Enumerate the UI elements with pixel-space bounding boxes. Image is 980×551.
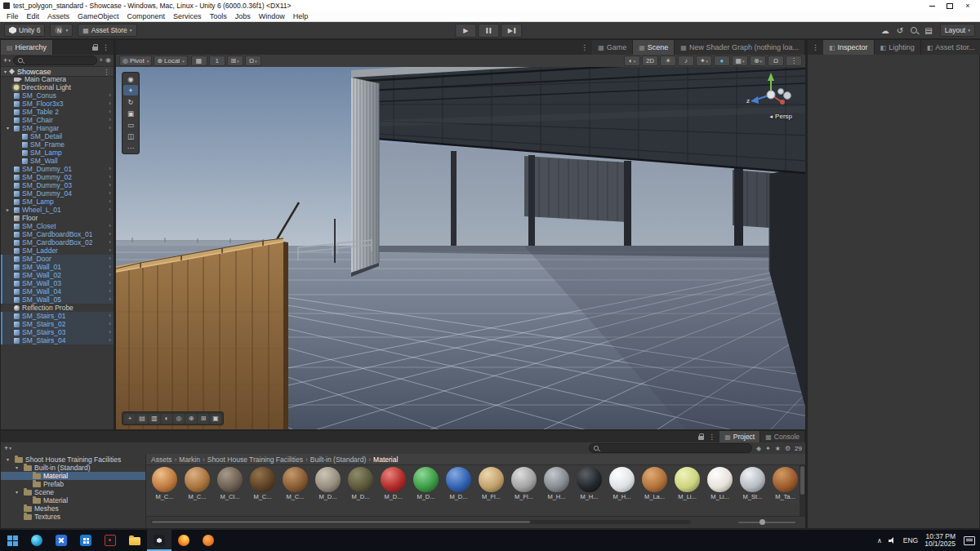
hierarchy-item[interactable]: SM_Dummy_02 — [1, 173, 114, 181]
hierarchy-item[interactable]: SM_Stairs_02 — [1, 320, 114, 328]
hierarchy-item[interactable]: SM_Stairs_01 — [1, 312, 114, 320]
lighting-toggle-button[interactable]: ☀ — [660, 56, 676, 66]
project-tab[interactable]: ▦ Project — [719, 431, 760, 442]
material-asset[interactable]: M_Ta... — [770, 467, 800, 514]
rotate-tool-button[interactable]: ↻ — [123, 96, 138, 107]
blue-app-icon[interactable] — [49, 530, 74, 551]
folder-row[interactable]: Shoot House Training Facilities — [1, 455, 145, 464]
menu-item[interactable]: File — [2, 12, 23, 20]
menu-item[interactable]: Component — [123, 12, 170, 20]
language-indicator[interactable]: ENG — [903, 536, 918, 544]
menu-item[interactable]: Assets — [43, 12, 74, 20]
create-asset-button[interactable]: +▾ — [4, 444, 11, 452]
overlay-shading-button[interactable]: ◐ — [161, 414, 172, 424]
layout-dropdown-button[interactable]: Layout ▾ — [940, 24, 975, 37]
scene-view-tab[interactable]: ▦ Scene — [633, 40, 675, 55]
folder-row[interactable]: Built-in (Standard) — [1, 464, 145, 472]
overlay-grid-button[interactable]: ▥ — [149, 414, 160, 424]
kebab-menu-icon[interactable]: ⋮ — [102, 43, 109, 51]
maximize-button[interactable] — [941, 0, 959, 11]
hierarchy-item[interactable]: SM_Wall_01 — [1, 263, 114, 271]
overlay-camera-button[interactable]: ◎ — [173, 414, 185, 424]
move-tool-button[interactable]: + — [123, 85, 138, 96]
kebab-menu-icon[interactable]: ⋮ — [708, 433, 715, 441]
hierarchy-item[interactable]: SM_Dummy_01 — [1, 165, 114, 173]
hierarchy-item[interactable]: Wheel_L_01 — [1, 206, 114, 214]
hierarchy-item[interactable]: SM_Dummy_03 — [1, 181, 114, 189]
add-gameobject-button[interactable]: +▾ — [3, 56, 11, 64]
folder-row[interactable]: Textures — [1, 513, 145, 521]
inspector-tab[interactable]: ◧ Inspector — [823, 40, 875, 55]
hierarchy-item[interactable]: Reflection Probe — [1, 304, 114, 312]
orange-app-icon[interactable] — [196, 530, 220, 551]
foldout-arrow[interactable] — [16, 464, 18, 472]
hierarchy-item[interactable]: SM_Table 2 — [1, 108, 114, 116]
orientation-gizmo[interactable]: z — [745, 70, 797, 113]
layers-icon[interactable]: ▤ — [924, 26, 932, 35]
material-asset[interactable]: M_D... — [378, 467, 408, 514]
material-asset[interactable]: M_Li... — [672, 467, 702, 514]
breadcrumb-item[interactable]: Markin — [179, 455, 204, 464]
custom-tools-button[interactable]: ⋯ — [123, 142, 138, 153]
grid-snap-button[interactable]: ▦ — [191, 56, 207, 66]
kebab-menu-icon[interactable]: ⋮ — [812, 43, 819, 51]
hierarchy-item[interactable]: Floor — [1, 214, 114, 222]
scene-more-button[interactable]: ⋮ — [786, 56, 802, 66]
account-button[interactable]: N ▾ — [50, 24, 73, 37]
hierarchy-item[interactable]: SM_Lamp — [1, 149, 114, 157]
lock-icon[interactable] — [92, 47, 98, 51]
material-asset[interactable]: M_Fl... — [476, 467, 506, 514]
foldout-arrow[interactable] — [7, 124, 9, 132]
hierarchy-item[interactable]: SM_Lamp — [1, 198, 114, 206]
step-button[interactable]: ▶ — [501, 24, 522, 38]
hierarchy-item[interactable]: SM_Wall_05 — [1, 295, 114, 304]
menu-item[interactable]: Window — [255, 12, 289, 20]
material-asset[interactable]: M_D... — [345, 467, 376, 514]
hierarchy-search-input[interactable] — [13, 56, 96, 65]
recorder-app-icon[interactable] — [98, 530, 122, 551]
hierarchy-item[interactable]: SM_CardboardBox_01 — [1, 230, 114, 238]
pause-button[interactable] — [478, 24, 499, 38]
hierarchy-item[interactable]: Main Camera — [1, 75, 114, 83]
horizontal-scrollbar[interactable] — [151, 520, 691, 524]
hierarchy-item[interactable]: SM_Wall_03 — [1, 279, 114, 287]
unity-editor-icon[interactable] — [147, 530, 172, 551]
breadcrumb-item[interactable]: Built-in (Standard) — [310, 455, 371, 464]
hidden-package-count[interactable]: 29 — [795, 445, 802, 452]
grid-size-field[interactable]: 1 — [209, 56, 225, 66]
minimize-button[interactable] — [923, 0, 941, 11]
close-button[interactable]: × — [959, 0, 977, 11]
hierarchy-item[interactable]: SM_Stairs_04 — [1, 336, 114, 344]
menu-item[interactable]: Jobs — [231, 12, 255, 20]
firefox-icon[interactable] — [172, 530, 196, 551]
breadcrumb-item[interactable]: Material — [373, 455, 398, 464]
folder-row[interactable]: Material — [1, 472, 145, 480]
hierarchy-item[interactable]: SM_Detail — [1, 132, 114, 140]
asset-store-button[interactable]: ▦ Asset Store ▾ — [78, 24, 136, 37]
material-asset[interactable]: M_Li... — [705, 467, 735, 514]
audio-toggle-button[interactable]: ♪ — [678, 56, 694, 66]
inspector-tab[interactable]: ◧ Asset Stor... — [921, 40, 980, 55]
pick-toggle-button[interactable]: ⌖ — [100, 56, 104, 64]
material-asset[interactable]: M_D... — [313, 467, 343, 514]
hierarchy-item[interactable]: SM_Closet — [1, 222, 114, 230]
hierarchy-item[interactable]: Directional Light — [1, 83, 114, 91]
visibility-toggle-button[interactable]: ◉ — [105, 56, 111, 64]
material-asset[interactable]: M_H... — [574, 467, 604, 514]
material-asset[interactable]: M_C... — [149, 467, 180, 514]
overlay-zoom-button[interactable]: ⊕ — [185, 414, 197, 424]
start-button[interactable] — [0, 530, 24, 551]
tool-handle-pivot-button[interactable]: ◎Pivot — [119, 56, 152, 66]
favorites-star-button[interactable]: ★ — [775, 445, 781, 452]
project-search-input[interactable] — [589, 443, 752, 453]
view-tool-button[interactable]: ◉ — [123, 73, 138, 84]
hierarchy-item[interactable]: SM_Wall_02 — [1, 271, 114, 279]
material-asset[interactable]: M_H... — [607, 467, 637, 514]
play-button[interactable]: ▶ — [455, 24, 476, 38]
hierarchy-item[interactable]: SM_Conus — [1, 91, 114, 100]
hierarchy-item[interactable]: SM_Chair — [1, 116, 114, 124]
material-asset[interactable]: M_Cl... — [215, 467, 245, 514]
magnet-snap-button[interactable]: Ω — [245, 56, 261, 66]
hierarchy-item[interactable]: SM_Wall_04 — [1, 287, 114, 295]
overlay-orientation-button[interactable]: ▤ — [136, 414, 148, 424]
